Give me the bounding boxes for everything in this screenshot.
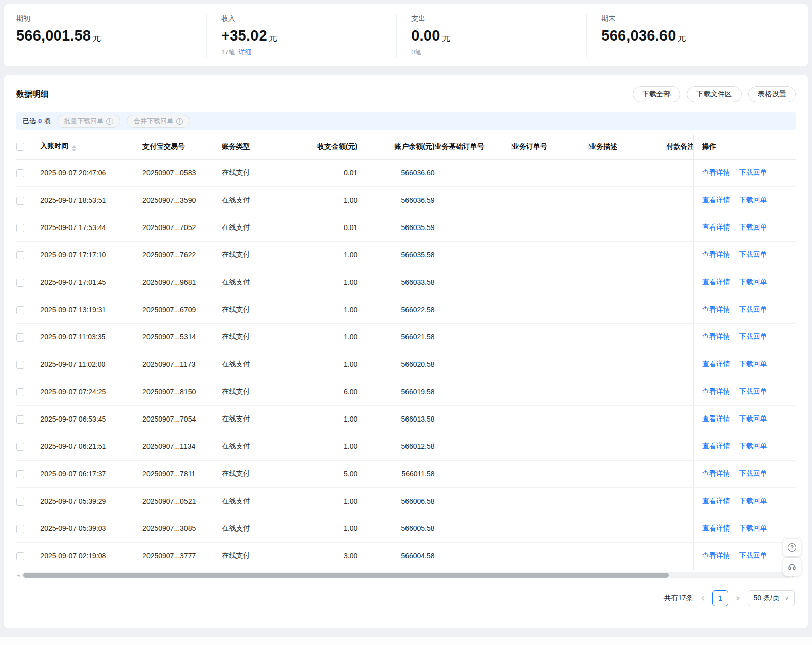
row-checkbox[interactable] [16,224,24,232]
income-detail-link[interactable]: 详细 [239,48,252,56]
selection-bar: 已选0项 批量下载回单 i 合并下载回单 i [16,112,796,130]
current-page-button[interactable]: 1 [712,590,728,606]
summary-expense: 支出 0.00元 0笔 [396,14,586,57]
table-row: 2025-09-07 05:39:03 20250907...3085 在线支付… [16,515,796,542]
cell-entry-time: 2025-09-07 20:47:06 [40,159,142,186]
download-receipt-link[interactable]: 下载回单 [739,414,767,423]
download-receipt-link[interactable]: 下载回单 [739,278,767,286]
table-settings-button[interactable]: 表格设置 [748,86,796,102]
horizontal-scrollbar: ◂ ▸ [16,572,796,579]
cell-order [512,296,589,323]
view-detail-link[interactable]: 查看详情 [702,196,730,204]
row-checkbox[interactable] [16,251,24,259]
cell-balance: 566036.59 [357,186,434,214]
view-detail-link[interactable]: 查看详情 [702,250,730,258]
download-receipt-link[interactable]: 下载回单 [739,168,767,176]
batch-download-button[interactable]: 批量下载回单 i [57,115,120,128]
scrollbar-thumb[interactable] [23,573,669,578]
download-receipt-link[interactable]: 下载回单 [739,442,767,450]
cell-transaction-id: 20250907...6709 [142,296,222,323]
row-checkbox[interactable] [16,443,24,451]
row-checkbox[interactable] [16,333,24,342]
cell-entry-time: 2025-09-07 06:21:51 [40,433,142,460]
view-detail-link[interactable]: 查看详情 [702,551,730,559]
row-checkbox[interactable] [16,197,24,205]
cell-entry-time: 2025-09-07 07:24:25 [40,378,142,405]
view-detail-link[interactable]: 查看详情 [702,442,730,450]
view-detail-link[interactable]: 查看详情 [702,168,730,176]
cell-description [589,542,666,570]
scroll-left-icon[interactable]: ◂ [16,573,20,578]
row-checkbox[interactable] [16,279,24,287]
summary-label: 期末 [601,14,796,23]
cell-account-type: 在线支付 [222,542,289,570]
sort-icon[interactable] [72,145,76,151]
cell-transaction-id: 20250907...9681 [142,269,222,296]
cell-entry-time: 2025-09-07 11:03:35 [40,323,142,351]
cell-base-order [435,487,512,515]
cell-payment-remark [667,460,694,487]
cell-payment-remark [667,323,694,351]
view-detail-link[interactable]: 查看详情 [702,223,730,231]
row-checkbox[interactable] [16,498,24,506]
download-receipt-link[interactable]: 下载回单 [739,332,767,340]
download-files-button[interactable]: 下载文件区 [687,86,742,102]
cell-order [512,515,589,542]
download-receipt-link[interactable]: 下载回单 [739,551,767,559]
customer-service-button[interactable] [783,558,801,576]
page-size-select[interactable]: 50 条/页 ∨ [748,590,795,606]
download-receipt-link[interactable]: 下载回单 [739,305,767,313]
download-receipt-link[interactable]: 下载回单 [739,360,767,368]
row-checkbox[interactable] [16,552,24,560]
view-detail-link[interactable]: 查看详情 [702,278,730,286]
row-checkbox[interactable] [16,415,24,424]
download-receipt-link[interactable]: 下载回单 [739,223,767,231]
row-checkbox[interactable] [16,361,24,369]
view-detail-link[interactable]: 查看详情 [702,387,730,395]
merge-download-button[interactable]: 合并下载回单 i [127,115,190,128]
column-entry-time[interactable]: 入账时间 [40,135,142,159]
view-detail-link[interactable]: 查看详情 [702,414,730,423]
download-receipt-link[interactable]: 下载回单 [739,469,767,477]
column-amount: 收支金额(元) [288,135,357,159]
cell-balance: 566012.58 [357,433,434,460]
download-receipt-link[interactable]: 下载回单 [739,250,767,258]
table-body: 2025-09-07 20:47:06 20250907...0583 在线支付… [16,159,796,570]
download-receipt-link[interactable]: 下载回单 [739,196,767,204]
view-detail-link[interactable]: 查看详情 [702,469,730,477]
cell-payment-remark [667,351,694,378]
download-receipt-link[interactable]: 下载回单 [739,497,767,505]
cell-account-type: 在线支付 [222,214,289,241]
row-checkbox[interactable] [16,388,24,396]
summary-unit: 元 [269,33,277,43]
column-description: 业务描述 [589,135,666,159]
view-detail-link[interactable]: 查看详情 [702,360,730,368]
column-transaction-id: 支付宝交易号 [142,135,222,159]
download-receipt-link[interactable]: 下载回单 [739,524,767,532]
cell-base-order [435,351,512,378]
summary-label: 收入 [221,14,396,23]
row-checkbox[interactable] [16,306,24,314]
view-detail-link[interactable]: 查看详情 [702,524,730,532]
page-title: 数据明细 [16,89,49,100]
summary-amount: +35.02 [221,27,267,44]
scrollbar-track[interactable] [22,572,790,578]
view-detail-link[interactable]: 查看详情 [702,332,730,340]
table-row: 2025-09-07 11:02:00 20250907...1173 在线支付… [16,351,796,378]
cell-base-order [435,214,512,241]
row-checkbox[interactable] [16,470,24,478]
cell-order [512,241,589,269]
view-detail-link[interactable]: 查看详情 [702,497,730,505]
prev-page-icon[interactable]: ‹ [700,593,705,603]
view-detail-link[interactable]: 查看详情 [702,305,730,313]
download-receipt-link[interactable]: 下载回单 [739,387,767,395]
download-all-button[interactable]: 下载全部 [633,86,680,102]
footer-strip [0,637,812,645]
summary-label: 支出 [411,14,586,23]
help-button[interactable]: ? [783,539,801,556]
select-all-checkbox[interactable] [16,143,24,151]
row-checkbox[interactable] [16,525,24,533]
next-page-icon[interactable]: › [736,593,740,603]
cell-description [589,351,666,378]
row-checkbox[interactable] [16,169,24,177]
